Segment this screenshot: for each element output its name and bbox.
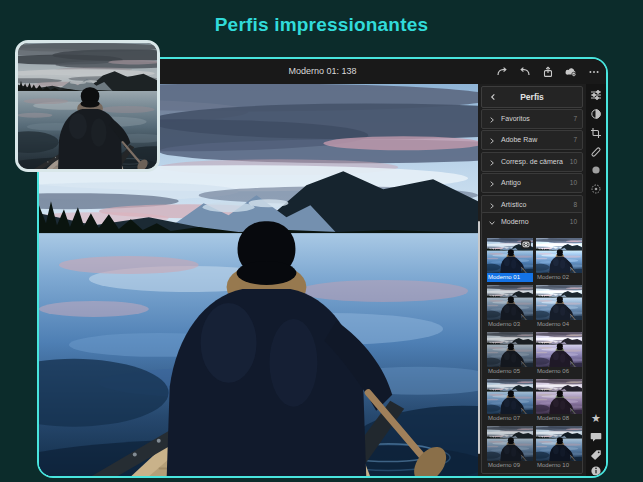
healing-brush-icon[interactable]	[590, 146, 602, 158]
category-count: 10	[570, 174, 577, 192]
category-label: Favoritos	[501, 110, 530, 128]
panel-scrollbar[interactable]	[478, 221, 480, 454]
chevron-down-icon	[488, 219, 496, 227]
cloud-sync-icon[interactable]	[565, 66, 577, 78]
tag-icon[interactable]	[590, 449, 602, 461]
inset-before-image	[15, 40, 160, 172]
optics-icon[interactable]	[590, 183, 602, 195]
panel-header[interactable]: Perfis	[481, 86, 583, 108]
profile-thumb-moderno-07[interactable]: Moderno 07	[487, 379, 533, 423]
profile-thumb-moderno-10[interactable]: Moderno 10	[536, 426, 582, 470]
radial-mask-icon[interactable]	[590, 164, 602, 176]
profile-thumb-moderno-02[interactable]: Moderno 02	[536, 238, 582, 282]
profile-thumb-moderno-09[interactable]: Moderno 09	[487, 426, 533, 470]
more-icon[interactable]	[588, 66, 600, 78]
chevron-right-icon	[488, 159, 496, 167]
category-count: 7	[573, 131, 577, 149]
category-antigo[interactable]: Antigo 10	[481, 173, 583, 193]
info-icon[interactable]	[590, 465, 602, 477]
panel-title: Perfis	[482, 87, 582, 107]
adjust-sliders-icon[interactable]	[590, 89, 602, 101]
undo-icon[interactable]	[519, 66, 531, 78]
category-count: 10	[570, 153, 577, 171]
profile-thumb-label: Moderno 08	[536, 414, 582, 423]
profile-thumb-moderno-06[interactable]: Moderno 06	[536, 332, 582, 376]
crop-icon[interactable]	[590, 127, 602, 139]
tool-rail: ★	[586, 84, 606, 476]
profile-thumb-moderno-05[interactable]: Moderno 05	[487, 332, 533, 376]
redo-icon[interactable]	[496, 66, 508, 78]
category-label: Adobe Raw	[501, 131, 537, 149]
chevron-right-icon	[488, 116, 496, 124]
category-corresp-camera[interactable]: Corresp. de câmera 10	[481, 152, 583, 172]
category-adobe-raw[interactable]: Adobe Raw 7	[481, 130, 583, 150]
profile-thumb-label: Moderno 10	[536, 461, 582, 470]
profile-thumb-label: Moderno 04	[536, 320, 582, 329]
profile-thumb-moderno-04[interactable]: Moderno 04	[536, 285, 582, 329]
chevron-right-icon	[488, 202, 496, 210]
profile-thumb-label: Moderno 03	[487, 320, 533, 329]
category-label: Moderno	[501, 213, 529, 231]
profile-thumb-label: Moderno 06	[536, 367, 582, 376]
profile-thumb-moderno-03[interactable]: Moderno 03	[487, 285, 533, 329]
category-favoritos[interactable]: Favoritos 7	[481, 109, 583, 129]
tone-circle-icon[interactable]	[590, 108, 602, 120]
chevron-right-icon	[488, 137, 496, 145]
profile-thumb-label: Moderno 01	[487, 273, 533, 282]
comment-icon[interactable]	[590, 431, 602, 443]
category-label: Antigo	[501, 174, 521, 192]
category-label: Corresp. de câmera	[501, 153, 563, 171]
category-count: 7	[573, 110, 577, 128]
share-icon[interactable]	[542, 66, 554, 78]
star-icon[interactable]: ★	[590, 412, 602, 424]
category-moderno[interactable]: Moderno 10	[482, 213, 582, 233]
chevron-right-icon	[488, 180, 496, 188]
profile-badge-icon	[521, 240, 531, 249]
profile-thumb-moderno-08[interactable]: Moderno 08	[536, 379, 582, 423]
category-count: 10	[570, 213, 577, 231]
profiles-panel: Perfis Favoritos 7 Adobe Raw 7 Corresp. …	[478, 84, 586, 476]
category-moderno-expanded: Moderno 10 Moderno 01 Moderno 02	[481, 212, 583, 474]
profile-thumb-label: Moderno 02	[536, 273, 582, 282]
profile-thumb-label: Moderno 09	[487, 461, 533, 470]
profile-thumb-label: Moderno 05	[487, 367, 533, 376]
profile-thumb-moderno-01[interactable]: Moderno 01	[487, 238, 533, 282]
profile-thumb-label: Moderno 07	[487, 414, 533, 423]
page-title: Perfis impressionantes	[0, 14, 643, 36]
